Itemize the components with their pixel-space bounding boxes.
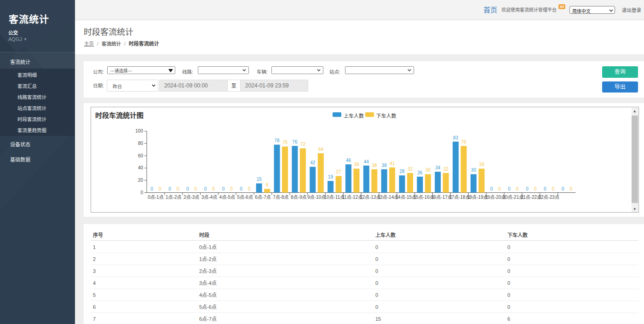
svg-text:7点-8点: 7点-8点 xyxy=(273,195,288,200)
svg-text:30: 30 xyxy=(426,168,431,173)
svg-text:72: 72 xyxy=(300,142,306,147)
svg-text:0: 0 xyxy=(490,186,493,191)
svg-text:32: 32 xyxy=(408,166,413,171)
svg-text:26: 26 xyxy=(417,170,423,175)
svg-text:0: 0 xyxy=(140,190,143,195)
svg-text:15: 15 xyxy=(257,177,262,182)
svg-text:0: 0 xyxy=(150,186,153,191)
svg-text:0: 0 xyxy=(544,186,546,191)
svg-text:100: 100 xyxy=(135,128,143,133)
svg-text:0: 0 xyxy=(204,186,207,191)
svg-text:41: 41 xyxy=(390,161,395,166)
svg-text:6点-7点: 6点-7点 xyxy=(255,195,270,200)
svg-text:42: 42 xyxy=(310,160,316,165)
svg-text:76: 76 xyxy=(292,139,298,145)
svg-text:0: 0 xyxy=(240,186,243,191)
svg-text:0: 0 xyxy=(569,186,572,191)
svg-text:3点-4点: 3点-4点 xyxy=(201,195,217,200)
svg-text:5点-6点: 5点-6点 xyxy=(237,195,253,200)
svg-text:0: 0 xyxy=(230,186,233,191)
svg-text:75: 75 xyxy=(282,140,288,145)
svg-text:0: 0 xyxy=(195,186,197,191)
svg-text:0: 0 xyxy=(222,186,225,191)
svg-text:8点-9点: 8点-9点 xyxy=(291,195,306,200)
svg-text:0: 0 xyxy=(159,186,161,191)
svg-text:32: 32 xyxy=(443,166,449,171)
svg-text:9点-10点: 9点-10点 xyxy=(307,195,326,200)
svg-text:4点-5点: 4点-5点 xyxy=(219,195,235,200)
svg-text:6: 6 xyxy=(266,182,269,187)
svg-text:39: 39 xyxy=(354,162,359,167)
svg-text:64: 64 xyxy=(318,147,324,152)
svg-text:76: 76 xyxy=(461,139,466,145)
svg-text:0: 0 xyxy=(186,186,189,191)
svg-text:0: 0 xyxy=(534,186,537,191)
svg-text:0: 0 xyxy=(508,186,511,191)
svg-text:0: 0 xyxy=(516,186,519,191)
svg-text:34: 34 xyxy=(435,165,441,170)
svg-text:2点-3点: 2点-3点 xyxy=(184,195,199,200)
svg-text:0: 0 xyxy=(177,186,179,191)
svg-text:0: 0 xyxy=(168,186,171,191)
svg-text:38: 38 xyxy=(372,162,377,168)
svg-text:60: 60 xyxy=(138,153,144,158)
svg-text:0: 0 xyxy=(248,186,251,191)
svg-text:28: 28 xyxy=(399,169,405,174)
svg-text:78: 78 xyxy=(274,138,280,143)
svg-text:0: 0 xyxy=(212,186,215,191)
svg-text:30: 30 xyxy=(471,168,477,173)
svg-text:0点-1点: 0点-1点 xyxy=(148,195,163,200)
svg-text:0: 0 xyxy=(498,186,501,191)
svg-text:46: 46 xyxy=(346,158,351,163)
svg-text:0: 0 xyxy=(552,186,555,191)
svg-text:22点-23点: 22点-23点 xyxy=(538,195,559,200)
svg-text:39: 39 xyxy=(479,162,484,167)
svg-text:27: 27 xyxy=(336,169,342,174)
svg-text:38: 38 xyxy=(382,162,387,168)
svg-text:0: 0 xyxy=(526,186,529,191)
svg-text:80: 80 xyxy=(138,140,144,145)
svg-text:19: 19 xyxy=(328,174,334,179)
svg-text:44: 44 xyxy=(364,159,369,164)
svg-text:1点-2点: 1点-2点 xyxy=(166,195,181,200)
svg-text:20: 20 xyxy=(138,178,144,183)
svg-text:83: 83 xyxy=(453,135,459,140)
svg-text:0: 0 xyxy=(562,186,564,191)
svg-text:40: 40 xyxy=(138,165,144,170)
